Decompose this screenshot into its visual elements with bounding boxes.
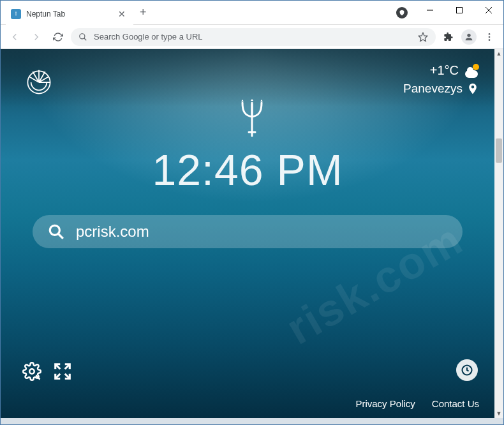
vertical-scrollbar[interactable]: ▲ ▼: [494, 49, 503, 418]
maximize-button[interactable]: [445, 1, 474, 20]
location-pin-icon: [466, 82, 479, 95]
svg-line-12: [58, 234, 63, 239]
browser-tab[interactable]: Neptun Tab ✕: [6, 3, 133, 25]
tab-close-icon[interactable]: ✕: [115, 9, 128, 19]
search-icon: [78, 33, 87, 41]
bookmark-star-icon[interactable]: [418, 32, 428, 42]
reload-button[interactable]: [49, 28, 67, 46]
bottom-right-controls: [456, 359, 478, 381]
new-tab-button[interactable]: +: [133, 6, 153, 19]
page-content: +1°C Panevezys 12:46 PM: [1, 49, 503, 418]
window-controls: [415, 1, 503, 20]
weather-location: Panevezys: [403, 82, 463, 96]
omnibox-placeholder: Search Google or type a URL: [94, 32, 411, 41]
settings-gear-icon[interactable]: [22, 362, 41, 381]
scroll-up-arrow-icon[interactable]: ▲: [494, 49, 503, 58]
privacy-policy-link[interactable]: Privacy Policy: [355, 398, 415, 409]
back-button[interactable]: [6, 28, 24, 46]
svg-marker-6: [419, 33, 427, 41]
svg-point-13: [29, 369, 34, 374]
svg-point-7: [467, 33, 470, 36]
window-titlebar: Neptun Tab ✕ +: [1, 1, 503, 25]
address-bar[interactable]: Search Google or type a URL: [71, 28, 436, 46]
nautilus-shell-icon[interactable]: [25, 68, 53, 96]
search-icon: [48, 223, 64, 240]
forward-button[interactable]: [27, 28, 45, 46]
kebab-menu-icon[interactable]: [480, 28, 498, 46]
profile-avatar[interactable]: [461, 29, 477, 45]
clock-history-icon[interactable]: [456, 359, 478, 381]
page-search-input[interactable]: [76, 223, 452, 241]
clock-display: 12:46 PM: [1, 145, 494, 195]
extensions-icon[interactable]: [440, 28, 457, 46]
tab-title: Neptun Tab: [26, 10, 110, 19]
footer-links: Privacy Policy Contact Us: [355, 398, 479, 409]
scrollbar-thumb[interactable]: [496, 138, 502, 163]
weather-widget[interactable]: +1°C Panevezys: [403, 63, 479, 96]
svg-rect-1: [457, 8, 463, 13]
scroll-down-arrow-icon[interactable]: ▼: [494, 409, 503, 418]
svg-point-9: [489, 36, 491, 38]
weather-partly-cloudy-icon: [464, 64, 479, 78]
bottom-left-controls: [22, 362, 72, 381]
minimize-button[interactable]: [415, 1, 445, 20]
svg-point-4: [80, 33, 85, 38]
fullscreen-icon[interactable]: [53, 362, 72, 381]
weather-temp: +1°C: [430, 63, 459, 78]
close-button[interactable]: [474, 1, 503, 20]
incognito-shield-icon: [396, 7, 408, 19]
tab-favicon: [11, 9, 21, 19]
trident-logo-icon: [237, 99, 267, 140]
page-search-bar[interactable]: [33, 215, 463, 248]
svg-point-8: [489, 33, 491, 35]
bottom-strip: [1, 418, 503, 425]
contact-us-link[interactable]: Contact Us: [432, 398, 479, 409]
browser-toolbar: Search Google or type a URL: [1, 25, 503, 49]
svg-point-11: [50, 225, 59, 235]
svg-line-5: [84, 38, 87, 40]
svg-point-10: [489, 39, 491, 41]
